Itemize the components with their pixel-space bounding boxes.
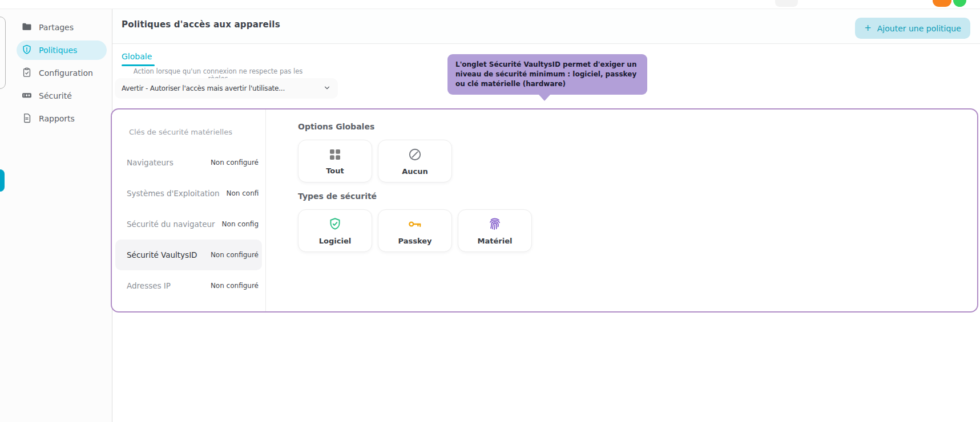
plus-icon: + [864, 24, 872, 33]
category-list: Clés de sécurité matérielles Navigateurs… [112, 109, 266, 311]
option-card-label: Tout [326, 167, 344, 175]
category-securite-navigateur[interactable]: Sécurité du navigateur Non configuré [112, 209, 265, 240]
violation-action-select[interactable]: Avertir - Autoriser l'accès mais avertir… [115, 78, 338, 99]
category-navigateurs[interactable]: Navigateurs Non configuré [112, 147, 265, 178]
fingerprint-icon [487, 217, 502, 234]
violation-action-value: Avertir - Autoriser l'accès mais avertir… [122, 84, 318, 92]
security-card-label: Passkey [398, 237, 431, 245]
grid-icon [328, 148, 342, 164]
tab-globale[interactable]: Globale [122, 52, 152, 61]
vaultysid-tooltip: L'onglet Sécurité VaultysID permet d'exi… [447, 54, 647, 95]
security-card-passkey[interactable]: Passkey [378, 209, 452, 252]
sidebar-nav: Partages Politiques Configuration Sécuri… [17, 18, 107, 128]
security-card-materiel[interactable]: Matériel [458, 209, 532, 252]
add-policy-button[interactable]: + Ajouter une politique [855, 18, 970, 39]
status-badge: Non configuré [204, 251, 259, 259]
sidebar-item-politiques[interactable]: Politiques [17, 40, 107, 60]
category-systemes-exploitation[interactable]: Systèmes d'Exploitation Non configuré [112, 178, 265, 209]
none-icon [408, 147, 422, 164]
category-hardware-keys[interactable]: Clés de sécurité matérielles [112, 116, 265, 147]
password-icon [21, 90, 33, 103]
sidebar-item-configuration[interactable]: Configuration [17, 63, 107, 83]
edge-panel-fragment [0, 17, 6, 89]
option-card-label: Aucun [402, 167, 428, 176]
chevron-down-icon [323, 83, 331, 94]
policy-config-panel: Clés de sécurité matérielles Navigateurs… [111, 108, 978, 313]
drawer-handle[interactable] [0, 169, 5, 192]
clipboard-check-icon [21, 67, 33, 80]
key-icon [407, 217, 423, 234]
sidebar-item-label: Partages [39, 23, 74, 32]
sidebar-item-label: Politiques [39, 46, 77, 55]
tooltip-text: L'onglet Sécurité VaultysID permet d'exi… [455, 60, 636, 88]
topbar-tab-fragment[interactable] [775, 0, 798, 7]
tab-active-indicator [122, 64, 155, 66]
top-bar [0, 0, 980, 9]
sidebar-item-securite[interactable]: Sécurité [17, 86, 107, 105]
app-screen: Partages Politiques Configuration Sécuri… [0, 0, 980, 422]
category-securite-vaultysid[interactable]: Sécurité VaultysID Non configuré [115, 240, 262, 270]
sidebar: Partages Politiques Configuration Sécuri… [0, 9, 112, 422]
report-icon [21, 112, 33, 125]
option-card-aucun[interactable]: Aucun [378, 140, 452, 182]
category-adresses-ip[interactable]: Adresses IP Non configuré [112, 270, 265, 301]
global-options-cards: Tout Aucun [298, 140, 452, 182]
status-badge: Non configuré [220, 189, 259, 197]
global-options-heading: Options Globales [298, 122, 374, 131]
shield-check-icon [328, 217, 342, 234]
page-title: Politiques d'accès aux appareils [122, 19, 280, 30]
sidebar-item-rapports[interactable]: Rapports [17, 109, 107, 128]
security-types-cards: Logiciel Passkey Matériel [298, 209, 532, 252]
option-card-tout[interactable]: Tout [298, 140, 372, 182]
sidebar-item-label: Rapports [39, 114, 75, 123]
folder-icon [21, 21, 33, 34]
topbar-orange-badge[interactable] [933, 0, 951, 7]
status-badge: Non configuré [215, 220, 259, 228]
shield-exclamation-icon [21, 44, 33, 57]
sidebar-item-label: Sécurité [39, 91, 72, 100]
status-badge: Non configuré [204, 159, 259, 167]
security-card-label: Matériel [478, 237, 513, 245]
sidebar-item-label: Configuration [39, 68, 93, 78]
status-badge: Non configuré [204, 282, 259, 290]
security-card-label: Logiciel [319, 237, 351, 245]
sidebar-item-partages[interactable]: Partages [17, 18, 107, 37]
tooltip-arrow [539, 95, 550, 101]
page-header: Politiques d'accès aux appareils + Ajout… [112, 9, 980, 44]
add-policy-button-label: Ajouter une politique [877, 24, 961, 33]
security-card-logiciel[interactable]: Logiciel [298, 209, 372, 252]
security-types-heading: Types de sécurité [298, 192, 377, 201]
topbar-green-status-dot[interactable] [953, 0, 966, 7]
